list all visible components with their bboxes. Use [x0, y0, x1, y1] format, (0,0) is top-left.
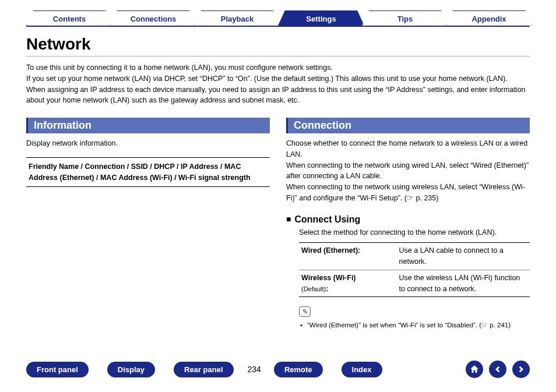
- note-area: ✎ “Wired (Ethernet)” is set when “Wi-Fi”…: [299, 306, 530, 330]
- option-label: Wireless (Wi-Fi) (Default):: [299, 270, 397, 297]
- tab-appendix[interactable]: Appendix: [446, 10, 532, 26]
- top-tabs: Contents Connections Playback Settings T…: [26, 10, 530, 27]
- option-label-main: Wireless (Wi-Fi): [301, 274, 356, 282]
- next-page-icon[interactable]: [512, 361, 530, 378]
- connection-desc: Choose whether to connect the home netwo…: [286, 138, 530, 204]
- option-desc: Use the wireless LAN (Wi-Fi) function to…: [397, 270, 530, 297]
- footer-bar: Front panel Display Rear panel 234 Remot…: [26, 361, 530, 378]
- connection-p3: When connecting to the network using wir…: [286, 183, 525, 202]
- note-text: “Wired (Ethernet)” is set when “Wi-Fi” i…: [299, 320, 530, 330]
- intro-line: When assigning an IP address to each dev…: [26, 86, 526, 105]
- footer-remote-button[interactable]: Remote: [274, 362, 323, 377]
- information-desc: Display network information.: [26, 138, 270, 149]
- note-icon: ✎: [299, 306, 311, 317]
- connection-p3-ref[interactable]: p. 235): [416, 194, 439, 202]
- option-label: Wired (Ethernet):: [299, 243, 397, 270]
- footer-display-button[interactable]: Display: [107, 362, 155, 377]
- option-desc: Use a LAN cable to connect to a network.: [397, 243, 530, 270]
- tab-connections[interactable]: Connections: [110, 10, 196, 26]
- information-fields-box: Friendly Name / Connection / SSID / DHCP…: [26, 157, 270, 188]
- right-column: Connection Choose whether to connect the…: [286, 118, 530, 331]
- option-row-wired: Wired (Ethernet): Use a LAN cable to con…: [299, 243, 530, 270]
- connection-p1: Choose whether to connect the home netwo…: [286, 139, 527, 158]
- page-number: 234: [248, 365, 261, 374]
- sub-heading-label: Connect Using: [294, 214, 360, 224]
- intro-text: To use this unit by connecting it to a h…: [26, 62, 530, 106]
- note-body: “Wired (Ethernet)” is set when “Wi-Fi” i…: [307, 322, 481, 329]
- tab-settings[interactable]: Settings: [278, 10, 364, 26]
- connect-using-options: Wired (Ethernet): Use a LAN cable to con…: [299, 242, 530, 297]
- footer-index-button[interactable]: Index: [342, 362, 382, 377]
- home-icon[interactable]: [466, 361, 483, 378]
- nav-icons: [466, 361, 530, 378]
- prev-page-icon[interactable]: [489, 361, 506, 378]
- tab-playback[interactable]: Playback: [194, 10, 280, 26]
- section-heading-information: Information: [26, 118, 270, 133]
- option-row-wireless: Wireless (Wi-Fi) (Default): Use the wire…: [299, 270, 530, 297]
- tab-contents[interactable]: Contents: [26, 10, 112, 26]
- square-bullet-icon: ■: [286, 214, 291, 224]
- connect-using-desc: Select the method for connecting to the …: [299, 227, 530, 238]
- intro-line: To use this unit by connecting it to a h…: [26, 63, 333, 72]
- page-ref-icon: ☞: [407, 194, 416, 202]
- footer-front-panel-button[interactable]: Front panel: [26, 362, 89, 377]
- footer-rear-panel-button[interactable]: Rear panel: [174, 362, 233, 377]
- page-ref-icon: ☞: [481, 322, 490, 329]
- connection-p2: When connecting to the network using wir…: [286, 161, 529, 181]
- sub-heading-connect-using: ■Connect Using: [286, 214, 530, 225]
- intro-line: If you set up your home network (LAN) vi…: [26, 75, 508, 83]
- section-heading-connection: Connection: [286, 118, 530, 133]
- tab-tips[interactable]: Tips: [362, 10, 448, 26]
- option-label-colon: :: [326, 285, 328, 293]
- left-column: Information Display network information.…: [26, 118, 270, 331]
- note-ref[interactable]: p. 241): [490, 322, 511, 329]
- page-title: Network: [26, 35, 530, 56]
- option-label-default: (Default): [301, 285, 326, 292]
